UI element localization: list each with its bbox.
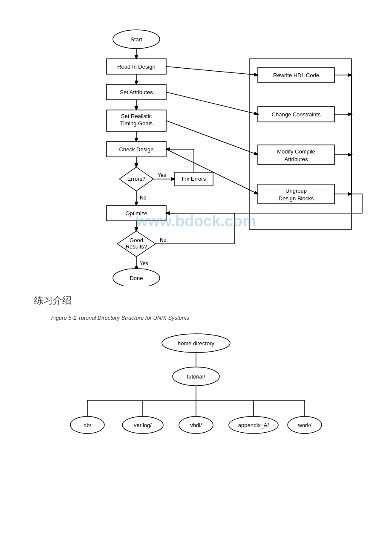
svg-text:Good: Good [130,237,143,243]
svg-text:vhdl/: vhdl/ [190,422,202,428]
chinese-section: 练习介绍 Figure 5-1 Tutorial Directory Struc… [17,294,375,321]
svg-text:home directory: home directory [178,340,214,347]
svg-text:Optimize: Optimize [125,210,147,217]
svg-text:Change Constraints: Change Constraints [272,111,321,118]
tree-svg: home directory tutorial/ db/ verilog/ [21,328,371,447]
svg-text:work/: work/ [297,422,311,428]
svg-text:No: No [140,195,147,201]
svg-line-49 [166,149,258,194]
svg-text:Done: Done [130,275,143,281]
svg-text:Start: Start [130,36,142,43]
page: Start Read In Design Set Attributes Set … [0,0,392,460]
svg-text:Design Blocks: Design Blocks [279,195,314,202]
svg-text:db/: db/ [84,422,91,428]
svg-line-47 [166,92,258,114]
svg-text:Attributes: Attributes [285,156,308,162]
svg-line-48 [166,121,258,155]
svg-line-46 [166,66,258,75]
svg-text:Read In Design: Read In Design [117,64,156,70]
svg-text:Modify Compile: Modify Compile [277,148,315,155]
svg-text:Errors?: Errors? [127,176,146,182]
svg-text:verilog/: verilog/ [134,422,152,428]
chinese-title: 练习介绍 [34,294,375,307]
svg-text:tutorial/: tutorial/ [187,373,205,380]
svg-text:Fix Errors: Fix Errors [182,176,206,182]
svg-text:Results?: Results? [126,243,147,250]
svg-text:Timing Goals: Timing Goals [120,120,153,127]
svg-text:Ungroup: Ungroup [285,188,307,194]
svg-text:appendix_A/: appendix_A/ [238,422,269,428]
svg-text:No: No [160,237,167,243]
svg-text:Yes: Yes [140,260,148,266]
flowchart-svg: Start Read In Design Set Attributes Set … [21,13,371,286]
svg-text:Set Attributes: Set Attributes [120,89,153,95]
svg-text:Rewrite HDL Code: Rewrite HDL Code [273,72,319,78]
figure-caption: Figure 5-1 Tutorial Directory Structure … [34,315,375,321]
tree-container: home directory tutorial/ db/ verilog/ [21,328,371,447]
flowchart-container: Start Read In Design Set Attributes Set … [21,13,371,286]
svg-text:Yes: Yes [158,172,166,178]
svg-text:Check Design: Check Design [119,146,154,153]
svg-text:Set Realistic: Set Realistic [121,113,152,119]
